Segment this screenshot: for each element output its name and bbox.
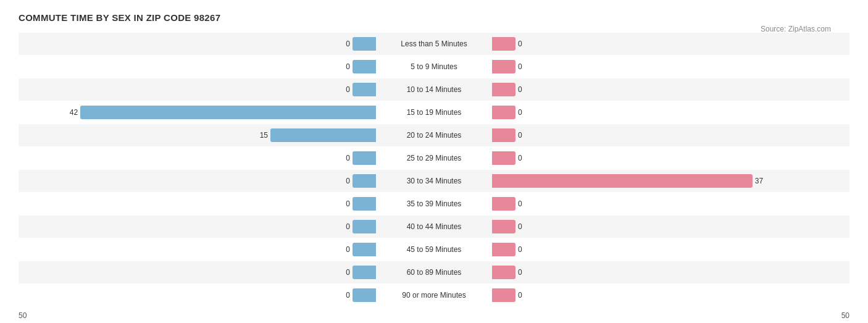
female-side: 0	[490, 37, 849, 51]
male-bar	[353, 83, 376, 96]
row-label: 30 to 34 Minutes	[378, 177, 490, 185]
female-value: 0	[518, 199, 522, 208]
row-label: 60 to 89 Minutes	[378, 268, 490, 277]
male-side: 0	[19, 243, 378, 256]
row-label: 40 to 44 Minutes	[378, 222, 490, 231]
axis-row: 50 50	[19, 311, 849, 320]
chart-row: 4215 to 19 Minutes0	[19, 101, 849, 124]
female-bar	[492, 220, 515, 233]
chart-row: 090 or more Minutes0	[19, 284, 849, 306]
female-bar	[492, 243, 515, 256]
row-label: 15 to 19 Minutes	[378, 108, 490, 117]
male-side: 15	[19, 128, 378, 142]
row-label: 25 to 29 Minutes	[378, 154, 490, 162]
female-side: 0	[490, 128, 849, 142]
row-label: 10 to 14 Minutes	[378, 85, 490, 94]
female-value: 0	[518, 131, 522, 140]
female-side: 0	[490, 151, 849, 165]
row-label: 35 to 39 Minutes	[378, 199, 490, 208]
female-value: 0	[518, 62, 522, 71]
male-bar	[353, 197, 376, 211]
male-value: 0	[346, 222, 350, 231]
female-side: 0	[490, 60, 849, 73]
male-bar	[353, 37, 376, 51]
male-bar	[353, 174, 376, 188]
male-side: 0	[19, 197, 378, 211]
chart-row: 035 to 39 Minutes0	[19, 193, 849, 215]
male-side: 0	[19, 83, 378, 96]
female-bar	[492, 37, 515, 51]
male-value: 15	[260, 131, 268, 140]
female-value: 37	[755, 177, 763, 185]
chart-row: 05 to 9 Minutes0	[19, 56, 849, 78]
female-value: 0	[518, 268, 522, 277]
male-side: 0	[19, 266, 378, 279]
row-label: 20 to 24 Minutes	[378, 131, 490, 140]
axis-right: 50	[488, 311, 849, 320]
male-bar	[353, 288, 376, 302]
female-value: 0	[518, 291, 522, 300]
male-side: 0	[19, 288, 378, 302]
female-bar	[492, 60, 515, 73]
male-side: 0	[19, 151, 378, 165]
male-bar	[80, 106, 376, 119]
female-side: 0	[490, 288, 849, 302]
female-bar	[492, 83, 515, 96]
female-side: 0	[490, 243, 849, 256]
male-value: 0	[346, 268, 350, 277]
axis-left: 50	[19, 311, 380, 320]
male-side: 42	[19, 106, 378, 119]
female-bar	[492, 106, 515, 119]
male-value: 0	[346, 245, 350, 254]
chart-row: 025 to 29 Minutes0	[19, 147, 849, 169]
male-side: 0	[19, 220, 378, 233]
male-value: 0	[346, 62, 350, 71]
female-bar	[492, 288, 515, 302]
male-bar	[353, 151, 376, 165]
row-label: 5 to 9 Minutes	[378, 62, 490, 71]
male-value: 0	[346, 154, 350, 162]
female-value: 0	[518, 154, 522, 162]
row-label: 45 to 59 Minutes	[378, 245, 490, 254]
female-bar	[492, 197, 515, 211]
female-side: 0	[490, 83, 849, 96]
male-bar	[353, 243, 376, 256]
chart-row: 060 to 89 Minutes0	[19, 261, 849, 283]
female-bar	[492, 151, 515, 165]
male-side: 0	[19, 60, 378, 73]
row-label: Less than 5 Minutes	[378, 40, 490, 48]
chart-title: COMMUTE TIME BY SEX IN ZIP CODE 98267	[19, 12, 849, 23]
female-value: 0	[518, 245, 522, 254]
chart-row: 0Less than 5 Minutes0	[19, 33, 849, 55]
female-value: 0	[518, 85, 522, 94]
female-value: 0	[518, 222, 522, 231]
male-bar	[270, 128, 376, 142]
female-side: 37	[490, 174, 849, 188]
female-bar	[492, 266, 515, 279]
female-value: 0	[518, 40, 522, 48]
source-label: Source: ZipAtlas.com	[761, 25, 831, 33]
row-label: 90 or more Minutes	[378, 291, 490, 300]
chart-row: 1520 to 24 Minutes0	[19, 124, 849, 146]
female-value: 0	[518, 108, 522, 117]
male-value: 0	[346, 85, 350, 94]
chart-row: 030 to 34 Minutes37	[19, 170, 849, 192]
male-bar	[353, 220, 376, 233]
male-value: 0	[346, 177, 350, 185]
chart-row: 045 to 59 Minutes0	[19, 238, 849, 261]
male-bar	[353, 60, 376, 73]
female-side: 0	[490, 220, 849, 233]
male-value: 42	[70, 108, 78, 117]
chart-row: 010 to 14 Minutes0	[19, 78, 849, 101]
female-side: 0	[490, 197, 849, 211]
female-bar	[492, 174, 753, 188]
male-bar	[353, 266, 376, 279]
chart-row: 040 to 44 Minutes0	[19, 216, 849, 238]
male-value: 0	[346, 291, 350, 300]
male-side: 0	[19, 174, 378, 188]
chart-area: 0Less than 5 Minutes005 to 9 Minutes0010…	[19, 33, 849, 306]
male-value: 0	[346, 199, 350, 208]
female-side: 0	[490, 266, 849, 279]
male-side: 0	[19, 37, 378, 51]
female-side: 0	[490, 106, 849, 119]
